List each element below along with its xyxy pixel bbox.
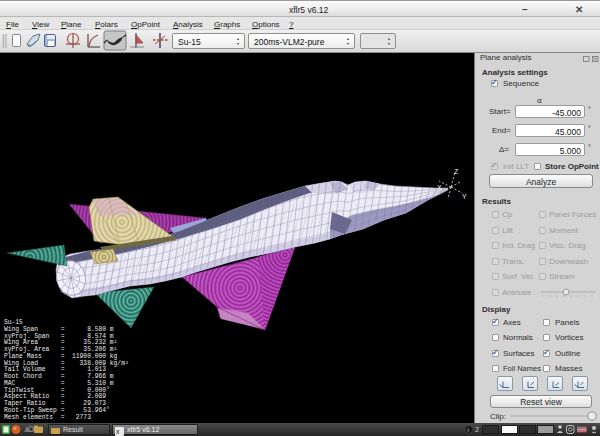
svg-text:i: i (468, 427, 469, 433)
svg-text:2: 2 (475, 426, 479, 433)
svg-text:x: x (116, 428, 120, 435)
